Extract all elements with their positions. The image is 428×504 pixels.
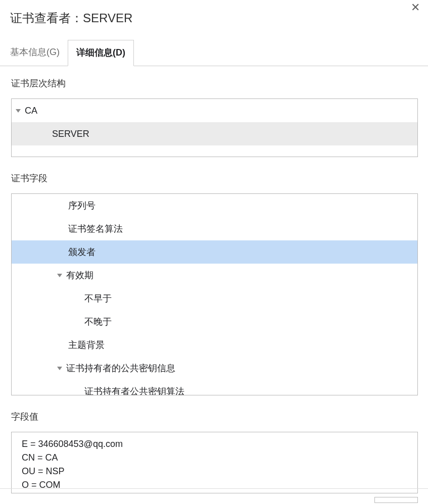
dialog-header: 证书查看者：SERVER ✕: [0, 0, 428, 26]
chevron-down-icon: [57, 367, 62, 370]
field-not-after[interactable]: 不晚于: [12, 310, 417, 333]
content-area: 证书层次结构 CA SERVER 证书字段 序列号 证书签名算法 颁发者 有效期…: [0, 66, 428, 493]
value-line: L = SZ: [22, 492, 407, 493]
tab-general[interactable]: 基本信息(G): [2, 40, 68, 66]
dialog-title: 证书查看者：SERVER: [10, 3, 132, 26]
field-issuer[interactable]: 颁发者: [12, 240, 417, 264]
close-icon[interactable]: ✕: [408, 2, 423, 13]
tree-row-server[interactable]: SERVER: [12, 122, 417, 145]
tree-label: SERVER: [52, 129, 89, 139]
field-pubkey-algo[interactable]: 证书持有者公共密钥算法: [12, 380, 417, 395]
field-validity[interactable]: 有效期: [12, 264, 417, 287]
field-subject[interactable]: 主题背景: [12, 333, 417, 357]
hierarchy-tree: CA SERVER: [11, 98, 418, 157]
tab-details[interactable]: 详细信息(D): [68, 40, 134, 66]
tab-bar: 基本信息(G) 详细信息(D): [0, 39, 428, 66]
value-line: E = 346608453@qq.com: [22, 437, 407, 451]
value-line: CN = CA: [22, 451, 407, 465]
value-line: OU = NSP: [22, 465, 407, 478]
value-line: O = COM: [22, 478, 407, 492]
field-sig-algo[interactable]: 证书签名算法: [12, 217, 417, 240]
footer-button[interactable]: [374, 497, 418, 503]
chevron-down-icon: [16, 109, 21, 113]
field-not-before[interactable]: 不早于: [12, 287, 417, 310]
field-value-display: E = 346608453@qq.com CN = CA OU = NSP O …: [11, 432, 418, 493]
value-label: 字段值: [11, 411, 418, 423]
field-serial[interactable]: 序列号: [12, 194, 417, 217]
tree-row-ca[interactable]: CA: [12, 99, 417, 122]
field-pubkey-info[interactable]: 证书持有者的公共密钥信息: [12, 357, 417, 380]
tree-label: CA: [25, 106, 37, 116]
hierarchy-label: 证书层次结构: [11, 77, 418, 89]
fields-tree: 序列号 证书签名算法 颁发者 有效期 不早于 不晚于 主题背景 证书持有者的公共…: [11, 193, 418, 395]
footer-area: [374, 497, 418, 503]
chevron-down-icon: [57, 274, 62, 277]
footer-divider: [0, 488, 428, 489]
fields-label: 证书字段: [11, 172, 418, 184]
